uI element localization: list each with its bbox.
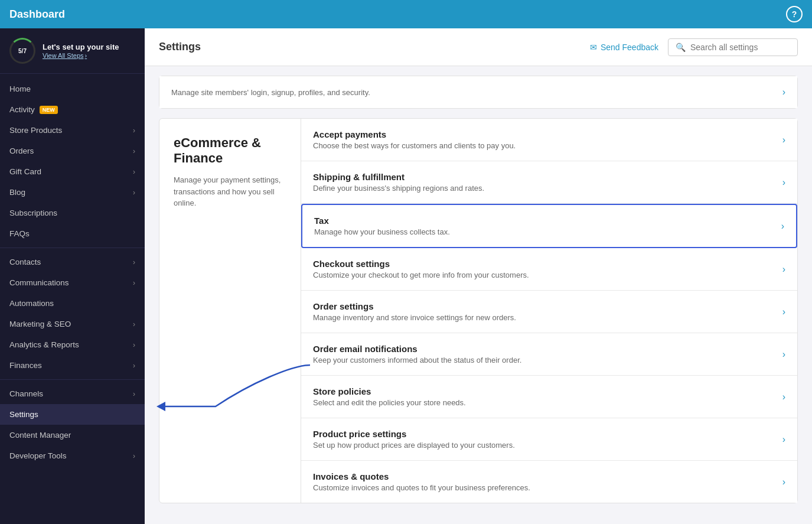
setting-title-accept-payments: Accept payments xyxy=(313,129,516,139)
send-feedback-button[interactable]: ✉ Send Feedback xyxy=(590,43,658,52)
ecommerce-desc: Manage your payment settings, transactio… xyxy=(174,174,286,209)
chevron-right-icon: › xyxy=(133,168,135,176)
sidebar-item-content-manager[interactable]: Content Manager xyxy=(0,425,145,445)
sidebar-item-faqs[interactable]: FAQs xyxy=(0,223,145,244)
ecommerce-section: eCommerce & Finance Manage your payment … xyxy=(159,118,798,503)
nav-section: HomeActivityNEWStore Products›Orders›Gif… xyxy=(0,74,145,471)
chevron-right-icon: › xyxy=(133,279,135,287)
sidebar-item-label: Home xyxy=(9,84,31,93)
setting-desc-invoices-quotes: Customize invoices and quotes to fit you… xyxy=(313,483,530,492)
sidebar-item-label: Communications xyxy=(9,278,69,287)
sidebar-item-label: Developer Tools xyxy=(9,451,67,460)
view-all-steps-link[interactable]: View All Steps › xyxy=(43,52,119,59)
sidebar-item-label: Settings xyxy=(9,410,38,419)
sidebar-item-blog[interactable]: Blog› xyxy=(0,182,145,203)
sidebar-item-automations[interactable]: Automations xyxy=(0,293,145,314)
setting-desc-order-settings: Manage inventory and store invoice setti… xyxy=(313,313,516,322)
members-desc: Manage site members' login, signup, prof… xyxy=(171,88,370,97)
sidebar-item-settings[interactable]: Settings xyxy=(0,404,145,425)
sidebar-item-label: Store Products xyxy=(9,126,62,135)
sidebar-item-label: Subscriptions xyxy=(9,209,57,217)
sidebar-item-activity[interactable]: ActivityNEW xyxy=(0,99,145,120)
ecommerce-items: Accept paymentsChoose the best ways for … xyxy=(301,119,797,503)
setting-title-store-policies: Store policies xyxy=(313,386,466,396)
sidebar-item-store-products[interactable]: Store Products› xyxy=(0,120,145,141)
sidebar-item-developer-tools[interactable]: Developer Tools› xyxy=(0,445,145,466)
sidebar-item-label: FAQs xyxy=(9,229,30,238)
top-bar: Dashboard ? xyxy=(0,0,812,28)
sidebar-item-label: Activity xyxy=(9,105,35,114)
chevron-right-icon: › xyxy=(133,341,135,349)
sidebar-item-home[interactable]: Home xyxy=(0,79,145,99)
setting-row-order-email-notifications[interactable]: Order email notificationsKeep your custo… xyxy=(301,333,797,376)
sidebar-item-label: Channels xyxy=(9,389,43,398)
nav-divider xyxy=(0,248,145,248)
sidebar-item-label: Finances xyxy=(9,361,42,370)
sidebar-item-finances[interactable]: Finances› xyxy=(0,355,145,376)
sidebar-item-label: Marketing & SEO xyxy=(9,320,71,328)
members-chevron-icon: › xyxy=(782,87,785,97)
setting-row-shipping-fulfillment[interactable]: Shipping & fulfillmentDefine your busine… xyxy=(301,161,797,204)
settings-header: Settings ✉ Send Feedback 🔍 xyxy=(145,28,812,66)
page-title: Settings xyxy=(159,41,201,53)
chevron-right-icon: › xyxy=(133,126,135,135)
setting-row-checkout-settings[interactable]: Checkout settingsCustomize your checkout… xyxy=(301,248,797,291)
setting-row-tax[interactable]: TaxManage how your business collects tax… xyxy=(301,204,797,248)
setting-desc-accept-payments: Choose the best ways for customers and c… xyxy=(313,141,516,150)
setting-row-store-policies[interactable]: Store policiesSelect and edit the polici… xyxy=(301,376,797,418)
sidebar-item-contacts[interactable]: Contacts› xyxy=(0,252,145,272)
sidebar-item-label: Gift Card xyxy=(9,167,41,176)
members-setting-row[interactable]: Manage site members' login, signup, prof… xyxy=(159,76,797,108)
progress-circle: 5/7 xyxy=(9,38,35,64)
dashboard-title: Dashboard xyxy=(9,8,65,21)
help-button[interactable]: ? xyxy=(786,6,803,22)
nav-divider xyxy=(0,379,145,380)
settings-content: Manage site members' login, signup, prof… xyxy=(145,66,812,524)
search-input[interactable] xyxy=(690,43,790,52)
sidebar-item-orders[interactable]: Orders› xyxy=(0,141,145,161)
setting-desc-order-email-notifications: Keep your customers informed about the s… xyxy=(313,356,521,364)
setting-title-shipping-fulfillment: Shipping & fulfillment xyxy=(313,172,484,182)
chevron-right-icon: › xyxy=(133,362,135,370)
content-area: Settings ✉ Send Feedback 🔍 Manage site m… xyxy=(145,28,812,524)
sidebar-item-label: Automations xyxy=(9,299,54,308)
chevron-right-icon: › xyxy=(133,452,135,460)
chevron-right-icon: › xyxy=(782,434,785,445)
sidebar-item-communications[interactable]: Communications› xyxy=(0,272,145,293)
progress-fraction: 5/7 xyxy=(18,48,27,54)
sidebar-item-marketing-seo[interactable]: Marketing & SEO› xyxy=(0,314,145,334)
progress-card: 5/7 Let's set up your site View All Step… xyxy=(0,28,145,74)
sidebar-item-label: Orders xyxy=(9,147,34,155)
chevron-right-icon: › xyxy=(782,177,785,188)
sidebar-item-channels[interactable]: Channels› xyxy=(0,383,145,404)
setting-row-invoices-quotes[interactable]: Invoices & quotesCustomize invoices and … xyxy=(301,461,797,503)
search-box[interactable]: 🔍 xyxy=(668,38,798,56)
setting-title-invoices-quotes: Invoices & quotes xyxy=(313,471,530,481)
setting-title-checkout-settings: Checkout settings xyxy=(313,259,529,269)
setting-row-product-price-settings[interactable]: Product price settingsSet up how product… xyxy=(301,418,797,461)
setting-desc-shipping-fulfillment: Define your business's shipping regions … xyxy=(313,184,484,193)
setting-title-product-price-settings: Product price settings xyxy=(313,429,515,439)
chevron-right-icon: › xyxy=(782,264,785,275)
sidebar-item-label: Analytics & Reports xyxy=(9,340,79,349)
chevron-right-icon: › xyxy=(133,320,135,328)
sidebar-item-label: Contacts xyxy=(9,258,41,266)
chevron-right-icon: › xyxy=(782,135,785,145)
setting-row-accept-payments[interactable]: Accept paymentsChoose the best ways for … xyxy=(301,119,797,161)
chevron-right-icon: › xyxy=(133,147,135,155)
chevron-right-icon: › xyxy=(782,349,785,360)
sidebar-item-gift-card[interactable]: Gift Card› xyxy=(0,161,145,182)
chevron-right-icon: › xyxy=(133,188,135,197)
setting-row-order-settings[interactable]: Order settingsManage inventory and store… xyxy=(301,291,797,333)
sidebar-item-analytics-reports[interactable]: Analytics & Reports› xyxy=(0,334,145,355)
members-section: Manage site members' login, signup, prof… xyxy=(159,76,798,109)
search-icon: 🔍 xyxy=(676,43,686,52)
setting-desc-checkout-settings: Customize your checkout to get more info… xyxy=(313,271,529,279)
progress-label: Let's set up your site xyxy=(43,43,119,53)
sidebar: 5/7 Let's set up your site View All Step… xyxy=(0,28,145,524)
chevron-right-icon: › xyxy=(133,390,135,398)
setting-desc-store-policies: Select and edit the policies your store … xyxy=(313,398,466,407)
chevron-right-icon: › xyxy=(133,258,135,266)
chevron-right-icon: › xyxy=(782,307,785,317)
sidebar-item-subscriptions[interactable]: Subscriptions xyxy=(0,203,145,223)
